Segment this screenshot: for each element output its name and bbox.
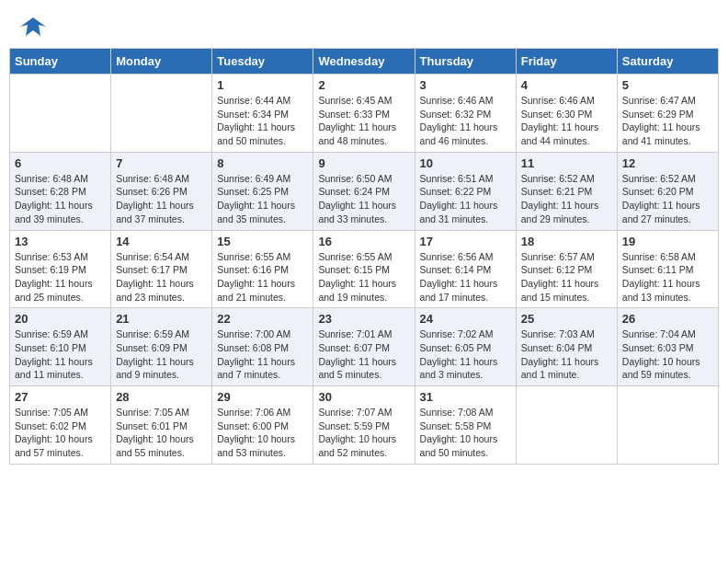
day-number: 17	[420, 235, 511, 248]
day-info: Sunrise: 6:59 AM Sunset: 6:10 PM Dayligh…	[15, 327, 106, 382]
calendar-cell	[10, 75, 111, 153]
day-number: 2	[318, 78, 409, 92]
calendar-cell: 1Sunrise: 6:44 AM Sunset: 6:34 PM Daylig…	[212, 75, 313, 153]
day-info: Sunrise: 6:45 AM Sunset: 6:33 PM Dayligh…	[318, 94, 409, 148]
day-number: 24	[420, 312, 511, 326]
day-of-week-header: Wednesday	[313, 49, 415, 75]
day-info: Sunrise: 6:55 AM Sunset: 6:16 PM Dayligh…	[217, 250, 308, 304]
day-info: Sunrise: 6:53 AM Sunset: 6:19 PM Dayligh…	[15, 250, 106, 304]
day-info: Sunrise: 6:47 AM Sunset: 6:29 PM Dayligh…	[622, 94, 713, 148]
day-info: Sunrise: 7:01 AM Sunset: 6:07 PM Dayligh…	[318, 327, 409, 382]
day-number: 26	[622, 312, 713, 326]
day-number: 7	[116, 156, 207, 170]
day-number: 16	[318, 235, 409, 248]
calendar-cell	[516, 386, 617, 465]
day-number: 19	[622, 235, 713, 248]
calendar-cell: 17Sunrise: 6:56 AM Sunset: 6:14 PM Dayli…	[415, 230, 516, 308]
day-number: 31	[420, 390, 511, 404]
calendar-cell: 20Sunrise: 6:59 AM Sunset: 6:10 PM Dayli…	[10, 308, 111, 386]
calendar-cell: 7Sunrise: 6:48 AM Sunset: 6:26 PM Daylig…	[111, 152, 212, 230]
day-info: Sunrise: 7:08 AM Sunset: 5:58 PM Dayligh…	[420, 406, 511, 460]
day-of-week-header: Thursday	[415, 49, 516, 75]
day-info: Sunrise: 6:54 AM Sunset: 6:17 PM Dayligh…	[116, 250, 207, 304]
calendar-cell: 30Sunrise: 7:07 AM Sunset: 5:59 PM Dayli…	[313, 386, 415, 465]
day-info: Sunrise: 6:44 AM Sunset: 6:34 PM Dayligh…	[217, 94, 308, 148]
calendar-cell: 23Sunrise: 7:01 AM Sunset: 6:07 PM Dayli…	[313, 308, 415, 386]
day-info: Sunrise: 7:05 AM Sunset: 6:01 PM Dayligh…	[116, 406, 207, 460]
day-info: Sunrise: 6:56 AM Sunset: 6:14 PM Dayligh…	[420, 250, 511, 304]
day-of-week-header: Tuesday	[212, 49, 313, 75]
day-info: Sunrise: 6:51 AM Sunset: 6:22 PM Dayligh…	[420, 172, 511, 226]
calendar-cell: 14Sunrise: 6:54 AM Sunset: 6:17 PM Dayli…	[111, 230, 212, 308]
calendar-week-row: 20Sunrise: 6:59 AM Sunset: 6:10 PM Dayli…	[10, 308, 719, 386]
calendar-cell	[111, 75, 212, 153]
calendar-cell: 16Sunrise: 6:55 AM Sunset: 6:15 PM Dayli…	[313, 230, 415, 308]
day-number: 9	[318, 156, 409, 170]
calendar-header-row: SundayMondayTuesdayWednesdayThursdayFrid…	[10, 49, 719, 75]
day-number: 15	[217, 235, 308, 248]
day-of-week-header: Saturday	[617, 49, 718, 75]
day-info: Sunrise: 6:48 AM Sunset: 6:26 PM Dayligh…	[116, 172, 207, 226]
day-number: 6	[15, 156, 106, 170]
day-info: Sunrise: 6:55 AM Sunset: 6:15 PM Dayligh…	[318, 250, 409, 304]
day-info: Sunrise: 6:48 AM Sunset: 6:28 PM Dayligh…	[15, 172, 106, 226]
day-number: 1	[217, 78, 308, 92]
day-info: Sunrise: 7:05 AM Sunset: 6:02 PM Dayligh…	[15, 406, 106, 460]
calendar-week-row: 13Sunrise: 6:53 AM Sunset: 6:19 PM Dayli…	[10, 230, 719, 308]
day-number: 13	[15, 235, 106, 248]
calendar-table: SundayMondayTuesdayWednesdayThursdayFrid…	[9, 48, 719, 465]
calendar-cell: 28Sunrise: 7:05 AM Sunset: 6:01 PM Dayli…	[111, 386, 212, 465]
calendar-week-row: 1Sunrise: 6:44 AM Sunset: 6:34 PM Daylig…	[10, 75, 719, 153]
day-number: 18	[521, 235, 612, 248]
day-number: 20	[15, 312, 106, 326]
calendar-cell: 27Sunrise: 7:05 AM Sunset: 6:02 PM Dayli…	[10, 386, 111, 465]
day-info: Sunrise: 7:07 AM Sunset: 5:59 PM Dayligh…	[318, 406, 409, 460]
day-info: Sunrise: 6:49 AM Sunset: 6:25 PM Dayligh…	[217, 172, 308, 226]
calendar-cell: 25Sunrise: 7:03 AM Sunset: 6:04 PM Dayli…	[516, 308, 617, 386]
day-number: 12	[622, 156, 713, 170]
day-of-week-header: Monday	[111, 49, 212, 75]
day-number: 30	[318, 390, 409, 404]
calendar-cell: 8Sunrise: 6:49 AM Sunset: 6:25 PM Daylig…	[212, 152, 313, 230]
day-number: 14	[116, 235, 207, 248]
day-info: Sunrise: 6:50 AM Sunset: 6:24 PM Dayligh…	[318, 172, 409, 226]
calendar-cell: 11Sunrise: 6:52 AM Sunset: 6:21 PM Dayli…	[516, 152, 617, 230]
logo-bird-icon	[20, 14, 46, 40]
day-number: 11	[521, 156, 612, 170]
day-info: Sunrise: 6:57 AM Sunset: 6:12 PM Dayligh…	[521, 250, 612, 304]
day-of-week-header: Friday	[516, 49, 617, 75]
calendar-cell: 10Sunrise: 6:51 AM Sunset: 6:22 PM Dayli…	[415, 152, 516, 230]
day-number: 8	[217, 156, 308, 170]
day-info: Sunrise: 6:46 AM Sunset: 6:30 PM Dayligh…	[521, 94, 612, 148]
calendar-cell: 6Sunrise: 6:48 AM Sunset: 6:28 PM Daylig…	[10, 152, 111, 230]
day-info: Sunrise: 6:58 AM Sunset: 6:11 PM Dayligh…	[622, 250, 713, 304]
day-number: 3	[420, 78, 511, 92]
day-info: Sunrise: 7:06 AM Sunset: 6:00 PM Dayligh…	[217, 406, 308, 460]
calendar-cell: 15Sunrise: 6:55 AM Sunset: 6:16 PM Dayli…	[212, 230, 313, 308]
calendar-week-row: 27Sunrise: 7:05 AM Sunset: 6:02 PM Dayli…	[10, 386, 719, 465]
day-number: 28	[116, 390, 207, 404]
calendar-cell: 18Sunrise: 6:57 AM Sunset: 6:12 PM Dayli…	[516, 230, 617, 308]
calendar-cell: 26Sunrise: 7:04 AM Sunset: 6:03 PM Dayli…	[617, 308, 718, 386]
day-number: 22	[217, 312, 308, 326]
day-number: 21	[116, 312, 207, 326]
calendar-cell: 2Sunrise: 6:45 AM Sunset: 6:33 PM Daylig…	[313, 75, 415, 153]
calendar-cell: 13Sunrise: 6:53 AM Sunset: 6:19 PM Dayli…	[10, 230, 111, 308]
calendar-cell: 9Sunrise: 6:50 AM Sunset: 6:24 PM Daylig…	[313, 152, 415, 230]
day-info: Sunrise: 6:52 AM Sunset: 6:21 PM Dayligh…	[521, 172, 612, 226]
calendar-week-row: 6Sunrise: 6:48 AM Sunset: 6:28 PM Daylig…	[10, 152, 719, 230]
day-of-week-header: Sunday	[10, 49, 111, 75]
day-number: 10	[420, 156, 511, 170]
calendar-cell: 3Sunrise: 6:46 AM Sunset: 6:32 PM Daylig…	[415, 75, 516, 153]
calendar-cell: 12Sunrise: 6:52 AM Sunset: 6:20 PM Dayli…	[617, 152, 718, 230]
day-number: 29	[217, 390, 308, 404]
svg-marker-0	[20, 17, 46, 36]
calendar-cell: 29Sunrise: 7:06 AM Sunset: 6:00 PM Dayli…	[212, 386, 313, 465]
page-header	[9, 9, 719, 40]
calendar-cell: 4Sunrise: 6:46 AM Sunset: 6:30 PM Daylig…	[516, 75, 617, 153]
calendar-cell: 21Sunrise: 6:59 AM Sunset: 6:09 PM Dayli…	[111, 308, 212, 386]
day-info: Sunrise: 6:46 AM Sunset: 6:32 PM Dayligh…	[420, 94, 511, 148]
calendar-cell: 24Sunrise: 7:02 AM Sunset: 6:05 PM Dayli…	[415, 308, 516, 386]
logo	[18, 14, 46, 36]
day-info: Sunrise: 6:59 AM Sunset: 6:09 PM Dayligh…	[116, 327, 207, 382]
